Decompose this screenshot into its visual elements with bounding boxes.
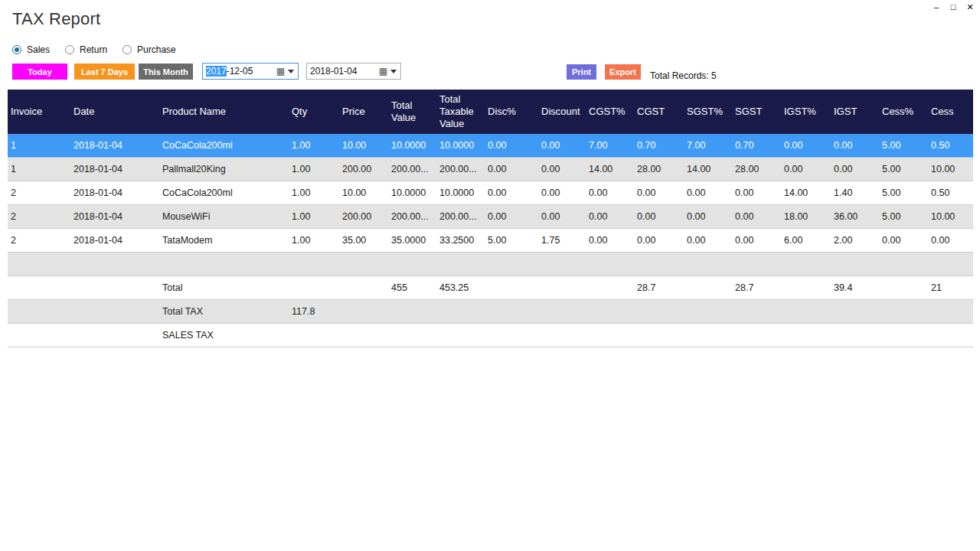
minimize-icon[interactable]: – — [928, 0, 945, 14]
table-cell[interactable]: Pallmall20King — [159, 158, 289, 181]
table-cell[interactable] — [289, 324, 339, 347]
table-cell[interactable] — [781, 300, 831, 324]
table-cell[interactable] — [436, 300, 485, 324]
table-cell[interactable]: 21 — [928, 276, 973, 300]
table-cell[interactable] — [70, 324, 159, 347]
table-cell[interactable] — [684, 276, 732, 300]
table-cell[interactable]: 18.00 — [781, 205, 831, 229]
table-cell[interactable] — [732, 324, 781, 347]
table-cell[interactable]: 28.7 — [732, 276, 781, 300]
table-cell[interactable]: 14.00 — [586, 158, 634, 181]
column-header-igst[interactable]: IGST — [831, 90, 879, 134]
export-button[interactable]: Export — [605, 64, 641, 80]
table-cell[interactable]: 10.0000 — [388, 134, 436, 158]
table-cell[interactable]: 0.00 — [831, 134, 879, 158]
table-cell[interactable]: 0.00 — [732, 229, 781, 253]
table-cell[interactable] — [879, 300, 928, 324]
table-cell[interactable]: 2018-01-04 — [70, 229, 159, 253]
table-cell[interactable]: 1.00 — [289, 229, 339, 253]
table-cell[interactable] — [339, 253, 388, 276]
table-cell[interactable] — [634, 324, 684, 347]
table-cell[interactable] — [538, 253, 586, 276]
table-cell[interactable] — [538, 324, 586, 347]
table-cell[interactable] — [879, 276, 928, 300]
table-cell[interactable]: 0.70 — [732, 134, 781, 158]
column-header-discpct[interactable]: Disc% — [485, 90, 538, 134]
table-cell[interactable]: CoCaCola200ml — [159, 134, 289, 158]
table-cell[interactable]: 200.00... — [436, 205, 485, 229]
table-cell[interactable]: 0.00 — [586, 205, 634, 229]
table-cell[interactable]: 5.00 — [485, 229, 538, 253]
table-row[interactable] — [8, 253, 973, 276]
table-cell[interactable]: 0.00 — [538, 134, 586, 158]
column-header-invoice[interactable]: Invoice — [8, 90, 70, 134]
table-cell[interactable]: 10.0000 — [388, 181, 436, 205]
table-cell[interactable]: 10.00 — [339, 181, 388, 205]
table-cell[interactable] — [586, 300, 634, 324]
table-cell[interactable]: 0.00 — [586, 229, 634, 253]
table-cell[interactable]: 6.00 — [781, 229, 831, 253]
table-cell[interactable]: 1.75 — [538, 229, 586, 253]
table-cell[interactable]: 10.00 — [339, 134, 388, 158]
table-cell[interactable] — [8, 300, 70, 324]
calendar-icon[interactable]: ▦ — [276, 67, 285, 76]
table-cell[interactable]: 1 — [8, 158, 70, 181]
table-cell[interactable] — [684, 300, 732, 324]
table-cell[interactable]: 1.00 — [289, 205, 339, 229]
table-cell[interactable] — [70, 300, 159, 324]
table-row[interactable]: 22018-01-04TataModem1.0035.0035.000033.2… — [8, 229, 973, 253]
table-cell[interactable]: 2 — [8, 229, 70, 253]
column-header-cesspct[interactable]: Cess% — [879, 90, 928, 134]
table-cell[interactable]: Total TAX — [159, 300, 289, 324]
table-cell[interactable]: 1.00 — [289, 181, 339, 205]
table-cell[interactable] — [781, 324, 831, 347]
column-header-price[interactable]: Price — [339, 90, 388, 134]
table-cell[interactable] — [928, 324, 973, 347]
radio-return[interactable]: Return — [65, 44, 107, 55]
table-cell[interactable] — [586, 276, 634, 300]
table-cell[interactable] — [339, 276, 388, 300]
table-cell[interactable] — [70, 276, 159, 300]
table-cell[interactable]: 10.00 — [928, 205, 973, 229]
table-cell[interactable]: 2.00 — [831, 229, 879, 253]
table-cell[interactable]: 117.8 — [289, 300, 339, 324]
table-cell[interactable] — [289, 276, 339, 300]
table-cell[interactable]: 0.00 — [485, 181, 538, 205]
table-row[interactable]: 22018-01-04CoCaCola200ml1.0010.0010.0000… — [8, 181, 973, 205]
table-cell[interactable]: 39.4 — [831, 276, 879, 300]
table-cell[interactable]: 0.00 — [485, 158, 538, 181]
table-cell[interactable]: 200.00... — [388, 205, 436, 229]
table-cell[interactable]: 0.00 — [485, 205, 538, 229]
table-cell[interactable] — [831, 300, 879, 324]
table-cell[interactable]: 28.00 — [634, 158, 684, 181]
table-cell[interactable] — [928, 253, 973, 276]
table-cell[interactable]: 0.00 — [634, 229, 684, 253]
table-cell[interactable] — [586, 324, 634, 347]
table-cell[interactable] — [586, 253, 634, 276]
table-cell[interactable]: 7.00 — [586, 134, 634, 158]
table-cell[interactable]: 2018-01-04 — [70, 205, 159, 229]
table-cell[interactable]: 0.00 — [538, 181, 586, 205]
table-cell[interactable]: 0.00 — [538, 205, 586, 229]
table-cell[interactable]: 1.00 — [289, 134, 339, 158]
table-cell[interactable] — [538, 276, 586, 300]
column-header-igstpct[interactable]: IGST% — [781, 90, 831, 134]
table-cell[interactable]: 0.00 — [732, 205, 781, 229]
table-cell[interactable]: 0.50 — [928, 134, 973, 158]
table-cell[interactable]: 0.50 — [928, 181, 973, 205]
table-cell[interactable] — [684, 253, 732, 276]
table-cell[interactable] — [8, 253, 70, 276]
table-row[interactable]: Total TAX117.8 — [8, 300, 973, 324]
table-cell[interactable]: 5.00 — [879, 205, 928, 229]
maximize-icon[interactable]: □ — [945, 0, 962, 14]
table-cell[interactable]: 0.00 — [781, 158, 831, 181]
table-cell[interactable]: 0.00 — [634, 205, 684, 229]
radio-sales[interactable]: Sales — [12, 44, 50, 55]
print-button[interactable]: Print — [567, 64, 596, 80]
table-cell[interactable]: Total — [159, 276, 289, 300]
table-cell[interactable]: 7.00 — [684, 134, 732, 158]
column-header-cess[interactable]: Cess — [928, 90, 973, 134]
table-cell[interactable]: 200.00 — [339, 205, 388, 229]
last-7-days-button[interactable]: Last 7 Days — [74, 64, 135, 80]
table-row[interactable]: SALES TAX — [8, 324, 973, 347]
